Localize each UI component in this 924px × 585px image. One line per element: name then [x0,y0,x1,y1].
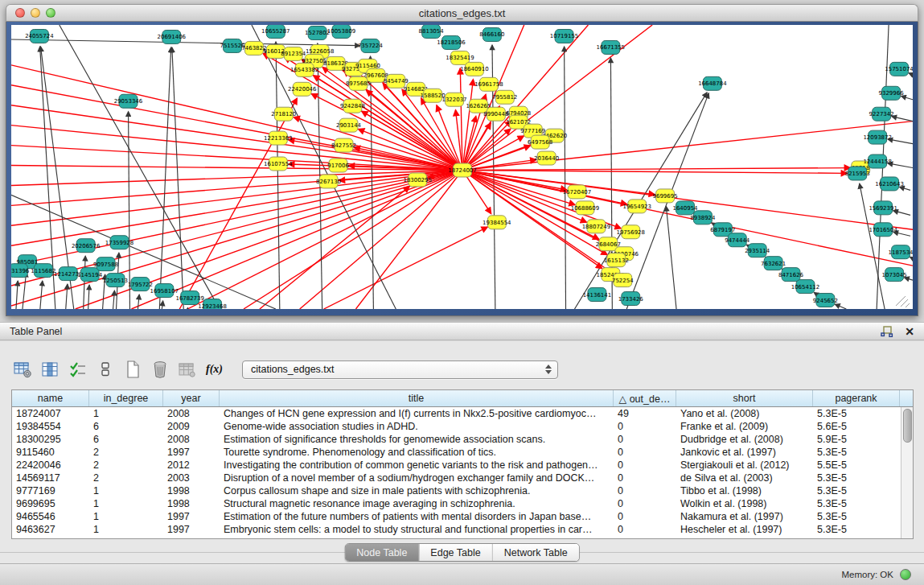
delete-table-icon[interactable] [150,360,170,380]
graph-node-label: 8813054 [419,28,445,35]
graph-edge[interactable] [172,47,183,309]
graph-edge[interactable] [16,281,18,309]
memory-status-indicator[interactable] [900,569,911,580]
tab-edge-table[interactable]: Edge Table [419,544,492,561]
graph-node-label: 8990448 [483,111,508,117]
graph-edge[interactable] [835,304,846,309]
table-cell: Dudbridge et al. (2008) [676,433,813,446]
graph-node-label: 917006 [327,163,349,169]
column-header-title[interactable]: title [220,390,614,406]
table-cell: 0 [614,420,676,433]
table-row[interactable]: 1830029562008Estimation of significance … [12,433,913,446]
window-title: citations_edges.txt [71,7,853,19]
graph-edge[interactable] [162,301,162,309]
table-cell: 5.3E-5 [813,472,900,484]
graph-edge[interactable] [129,112,130,309]
column-header-name[interactable]: name [12,390,89,406]
column-header-short[interactable]: short [676,390,813,406]
graph-node-label: 6879197 [710,227,735,233]
column-header-in_degree[interactable]: in_degree [89,390,163,406]
table-row[interactable]: 969969511998Structural magnetic resonanc… [12,497,913,510]
column-header-out_de[interactable]: △ out_de… [614,390,676,406]
table-cell: 5.3E-5 [813,523,900,536]
table-cell: 5.3E-5 [813,446,900,459]
graph-edge[interactable] [11,170,462,185]
graph-edge[interactable] [159,47,170,309]
graph-edge[interactable] [11,170,462,306]
table-row[interactable]: 946554611997Estimation of the future num… [12,510,913,523]
table-panel-title: Table Panel [10,326,62,337]
graph-node-label: 16648784 [698,80,727,87]
table-row[interactable]: 1456911722003Disruption of a novel membe… [12,472,913,484]
graph-edge[interactable] [910,257,913,258]
table-selector-dropdown[interactable]: citations_edges.txt [242,360,558,379]
vertical-scrollbar[interactable] [901,407,913,538]
graph-node-label: 1527802 [305,30,330,36]
network-canvas[interactable]: 2405572420691406106552871527802100538097… [11,25,913,309]
table-row[interactable]: 911546021997Tourette syndrome. Phenomeno… [12,446,913,459]
column-header-pagerank[interactable]: pagerank [813,390,900,406]
graph-node-label: 2935114 [745,248,770,254]
table-row[interactable]: 2242004622012Investigating the contribut… [12,459,913,472]
table-cell: Investigating the contribution of common… [220,459,614,472]
table-cell: Disruption of a novel member of a sodium… [220,472,614,484]
close-panel-icon[interactable]: ✕ [905,326,914,337]
graph-edge[interactable] [66,284,68,309]
graph-edge[interactable] [666,206,676,309]
table-cell: 22420046 [12,459,89,472]
column-header-year[interactable]: year [163,390,220,406]
graph-edge[interactable] [892,117,913,122]
function-builder-icon[interactable]: f(x) [204,360,224,380]
graph-edge[interactable] [462,170,847,173]
tab-node-table[interactable]: Node Table [345,544,419,561]
graph-node-label: 9474444 [725,237,750,244]
table-column-icon[interactable] [40,360,60,380]
graph-edge[interactable] [11,195,276,309]
table-cell: 5.5E-5 [813,459,900,472]
graph-edge[interactable] [40,281,43,309]
table-cell: Nakamura et al. (1997) [676,510,813,523]
select-rows-icon[interactable] [68,360,88,380]
graph-edge[interactable] [88,285,89,309]
graph-edge[interactable] [138,295,139,309]
graph-edge[interactable] [11,105,462,171]
table-cell: 18724007 [12,407,89,420]
graph-node-label: 18807249 [582,224,610,230]
zoom-window-button[interactable] [46,8,55,18]
table-header-row: namein_degreeyeartitle△ out_de…shortpage… [12,390,913,407]
table-row[interactable]: 946362711997Embryonic stem cells: a mode… [12,523,913,536]
graph-node-label: 15751074 [885,66,913,72]
table-cell: 1997 [163,510,220,523]
table-cell: 14569117 [12,472,89,484]
graph-edge[interactable] [244,170,462,309]
new-document-icon[interactable] [122,360,142,380]
table-row[interactable]: 1938455462009Genome-wide association stu… [12,420,913,433]
float-panel-icon[interactable] [881,326,893,337]
table-settings-icon[interactable] [13,360,33,380]
table-panel-body: f(x) citations_edges.txt namein_degreeye… [0,341,924,563]
graph-edge[interactable] [276,42,280,309]
minimize-window-button[interactable] [31,8,40,18]
graph-edge[interactable] [462,25,588,170]
tab-network-table[interactable]: Network Table [493,544,579,561]
graph-node-label: 6497568 [528,139,552,146]
table-row[interactable]: 977716911998Corpus callosum shape and si… [12,484,913,497]
scrollbar-thumb[interactable] [903,409,912,443]
table-cell: Jankovic et al. (1997) [676,446,813,459]
close-window-button[interactable] [15,8,25,18]
graph-edge[interactable] [11,126,462,171]
memory-status-label: Memory: OK [841,570,893,579]
table-cell: 9465546 [12,510,89,523]
table-row[interactable]: 1872400712008Changes of HCN gene express… [12,407,913,420]
graph-edge[interactable] [11,170,462,245]
graph-node-label: 752254 [612,278,634,284]
graph-edge[interactable] [909,73,913,75]
table-cell: 9699695 [12,497,89,510]
graph-edge[interactable] [462,168,850,171]
graph-edge[interactable] [84,256,85,309]
stacked-rows-icon[interactable] [95,360,115,380]
graph-node-label: 8912354 [281,51,306,57]
graph-edge[interactable] [565,47,566,309]
table-panel-header: Table Panel ✕ [0,322,924,340]
graph-edge[interactable] [113,290,115,309]
